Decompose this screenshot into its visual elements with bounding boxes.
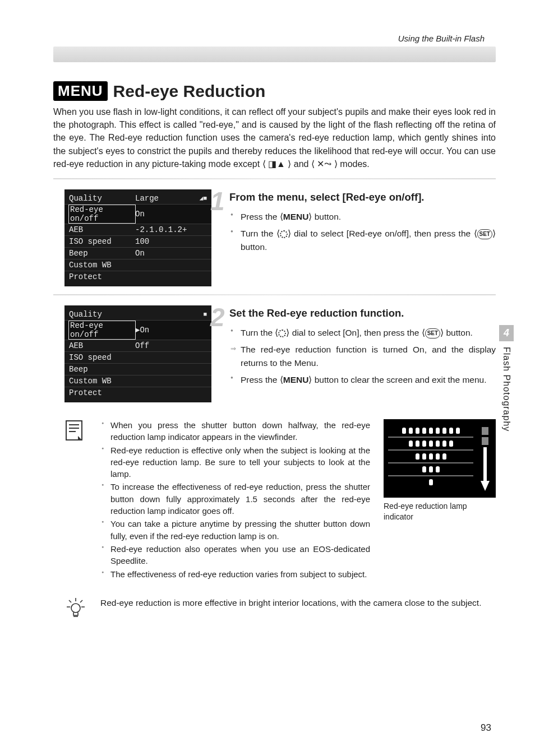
indicator-row <box>388 438 473 451</box>
step-title-1: From the menu, select [Red-eye on/off]. <box>229 191 496 205</box>
lcd-screenshot-1: QualityLarge◢■Red-eye on/offOnAEB-2.1.0.… <box>64 189 211 286</box>
lamp-indicator-graphic <box>384 419 496 498</box>
svg-rect-5 <box>482 427 488 435</box>
running-head: Using the Built-in Flash <box>53 34 496 43</box>
svg-rect-0 <box>66 421 82 440</box>
intro-paragraph: When you use flash in low-light conditio… <box>53 105 496 170</box>
svg-line-11 <box>80 600 82 602</box>
indicator-caption: Red-eye reduction lamp indicator <box>384 501 496 522</box>
chapter-tab-number: 4 <box>499 325 514 341</box>
indicator-row <box>388 451 473 463</box>
lcd-row: Quality■ <box>64 309 211 321</box>
step-bullet: Turn the ⟨⟩ dial to select [Red-eye on/o… <box>229 227 496 254</box>
step-bullet: The red-eye reduction function is turned… <box>229 343 496 370</box>
svg-line-10 <box>69 600 71 602</box>
note-bullet: When you press the shutter button down h… <box>100 419 370 443</box>
lightbulb-icon <box>64 597 87 622</box>
header-strip <box>53 47 496 62</box>
lcd-row: QualityLarge◢■ <box>64 193 211 205</box>
lcd-row: AEB Off <box>64 340 211 352</box>
note-bullet: Red-eye reduction also operates when you… <box>100 543 370 567</box>
svg-marker-8 <box>481 481 490 491</box>
note-bullet: The effectiveness of red-eye reduction v… <box>100 568 370 580</box>
lcd-row: Red-eye on/off▶On <box>64 321 211 340</box>
svg-rect-6 <box>482 437 488 445</box>
separator <box>53 178 496 179</box>
lcd-row: Protect <box>64 387 211 399</box>
step-2-items: Turn the ⟨⟩ dial to select [On], then pr… <box>229 326 496 387</box>
lcd-row: BeepOn <box>64 248 211 259</box>
lcd-row: ISO speed100 <box>64 236 211 248</box>
lcd-row: Red-eye on/offOn <box>64 205 211 224</box>
note-bullet: To increase the effectiveness of red-eye… <box>100 481 370 517</box>
indicator-row <box>388 476 473 488</box>
chapter-tab-label: Flash Photography <box>501 347 511 432</box>
lcd-row: ISO speed <box>64 352 211 364</box>
step-title-2: Set the Red-eye reduction function. <box>229 307 496 321</box>
note-list: When you press the shutter button down h… <box>100 419 370 580</box>
lcd-row: Beep <box>64 364 211 375</box>
step-bullet: Turn the ⟨⟩ dial to select [On], then pr… <box>229 326 496 340</box>
lcd-row: Custom WB <box>64 375 211 387</box>
separator <box>53 294 496 295</box>
note-icon <box>64 419 87 581</box>
page-title: Red-eye Reduction <box>113 82 266 101</box>
menu-badge: MENU <box>53 81 108 101</box>
indicator-row <box>388 425 473 438</box>
step-bullet: Press the ⟨MENU⟩ button. <box>229 210 496 224</box>
step-bullet: Press the ⟨MENU⟩ button to clear the scr… <box>229 373 496 387</box>
page-number: 93 <box>481 722 491 734</box>
svg-rect-7 <box>483 447 487 481</box>
lcd-row: Custom WB <box>64 259 211 271</box>
note-bullet: Red-eye reduction is effective only when… <box>100 444 370 480</box>
indicator-row <box>388 463 473 476</box>
step-1-items: Press the ⟨MENU⟩ button.Turn the ⟨⟩ dial… <box>229 210 496 254</box>
lcd-row: AEB-2.1.0.1.2+ <box>64 224 211 236</box>
step-number-2: 2 <box>210 302 225 332</box>
svg-marker-4 <box>78 436 82 440</box>
lcd-row: Protect <box>64 271 211 283</box>
lcd-screenshot-2: Quality■Red-eye on/off▶OnAEB OffISO spee… <box>64 305 211 402</box>
svg-point-14 <box>71 604 80 613</box>
tip-text: Red-eye reduction is more effective in b… <box>100 597 496 609</box>
note-bullet: You can take a picture anytime by pressi… <box>100 518 370 542</box>
step-number-1: 1 <box>210 186 225 216</box>
